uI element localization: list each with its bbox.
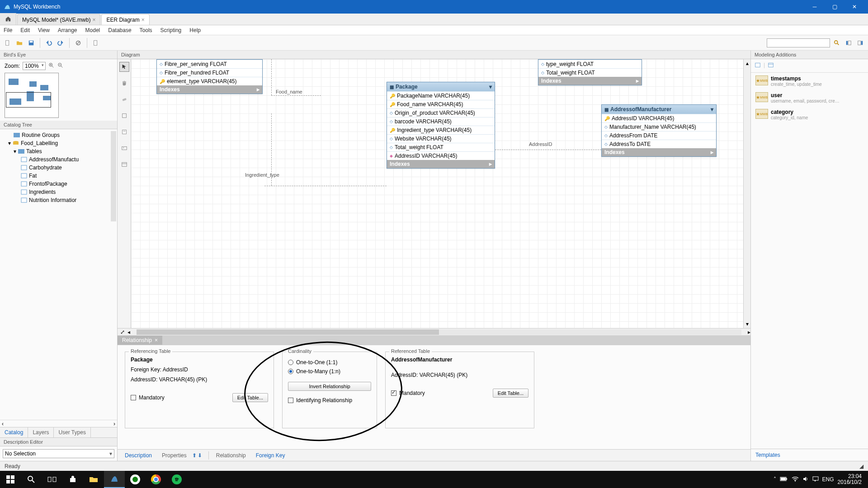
menu-database[interactable]: Database — [108, 27, 131, 33]
add-template-icon[interactable] — [755, 62, 761, 70]
history-fwd-icon[interactable]: ⬇ — [198, 452, 202, 459]
validate-button[interactable] — [73, 38, 83, 48]
svg-point-52 — [795, 481, 796, 482]
mandatory-checkbox[interactable]: Mandatory — [131, 394, 165, 401]
search-button[interactable] — [21, 471, 42, 488]
menu-arrange[interactable]: Arrange — [58, 27, 77, 33]
menu-view[interactable]: View — [38, 27, 50, 33]
open-file-button[interactable] — [14, 38, 24, 48]
store-icon[interactable] — [62, 471, 83, 488]
search-button[interactable] — [832, 38, 842, 48]
wifi-icon[interactable] — [792, 476, 799, 483]
canvas-hscroll[interactable]: ⤢ ◂▸ — [118, 328, 750, 335]
search-input[interactable] — [767, 38, 830, 47]
toggle-left-panel-button[interactable] — [844, 38, 854, 48]
hscroll-expander[interactable]: ⤢ — [118, 328, 127, 336]
scrollbar[interactable] — [111, 131, 116, 221]
tree-item-schema[interactable]: ▾ Food_Labelling — [0, 139, 117, 147]
tree-item-table[interactable]: Fat — [0, 172, 117, 180]
tree-item-table[interactable]: FrontofPackage — [0, 180, 117, 188]
volume-icon[interactable] — [802, 476, 809, 483]
language-indicator[interactable]: ENG — [822, 476, 834, 483]
action-center-icon[interactable] — [812, 476, 819, 483]
toggle-right-panel-button[interactable] — [855, 38, 865, 48]
mandatory-checkbox[interactable]: Mandatory — [391, 390, 425, 396]
addition-category[interactable]: ★MWB categorycategory_id, name — [751, 106, 868, 123]
description-select[interactable]: No Selection — [3, 449, 114, 458]
file-explorer-icon[interactable] — [83, 471, 104, 488]
identifying-checkbox[interactable]: Identifying Relationship — [288, 397, 371, 404]
zoom-out-icon[interactable] — [57, 62, 64, 70]
tab-eer-diagram[interactable]: EER Diagram × — [101, 14, 149, 25]
catalog-tree[interactable]: Routine Groups ▾ Food_Labelling ▾ Tables… — [0, 129, 117, 420]
one-to-one-radio[interactable]: One-to-One (1:1) — [288, 359, 371, 366]
tree-item-table[interactable]: Carbohydrate — [0, 164, 117, 172]
invert-relationship-button[interactable]: Invert Relationship — [288, 382, 371, 391]
spotify-icon[interactable] — [166, 471, 187, 488]
menu-scripting[interactable]: Scripting — [160, 27, 182, 33]
menu-file[interactable]: File — [4, 27, 12, 33]
close-icon[interactable]: × — [142, 17, 145, 23]
image-tool[interactable] — [119, 143, 129, 153]
tab-mysql-model[interactable]: MySQL Model* (SAVE.mwb) × — [17, 14, 100, 25]
tab-relationship[interactable]: Relationship — [212, 450, 250, 460]
task-view-button[interactable] — [42, 471, 62, 488]
eraser-tool[interactable] — [119, 94, 129, 104]
chrome-icon[interactable] — [146, 471, 166, 488]
diagram-canvas[interactable]: ◇Fibre_per_serving FLOAT ◇Fibre_per_hund… — [131, 59, 743, 328]
hand-tool[interactable] — [119, 78, 129, 88]
minimize-button[interactable]: ─ — [805, 0, 825, 14]
relationship-tab[interactable]: Relationship × — [118, 336, 162, 345]
battery-icon[interactable] — [780, 476, 788, 483]
tree-item-table[interactable]: Ingredients — [0, 188, 117, 196]
xbox-icon[interactable] — [125, 471, 146, 488]
tray-expand-icon[interactable]: ˄ — [774, 476, 776, 483]
layer-tool[interactable] — [119, 111, 129, 121]
save-button[interactable] — [26, 38, 36, 48]
tree-hscroll[interactable]: ‹› — [0, 420, 117, 427]
menu-edit[interactable]: Edit — [20, 27, 30, 33]
tab-user-types[interactable]: User Types — [54, 427, 90, 437]
menu-tools[interactable]: Tools — [140, 27, 152, 33]
zoom-select[interactable]: 100% — [23, 62, 46, 70]
pointer-tool[interactable] — [119, 62, 129, 72]
manage-templates-icon[interactable] — [768, 62, 774, 70]
resize-grip-icon[interactable]: ◢ — [859, 463, 863, 469]
table-tool[interactable] — [119, 160, 129, 169]
tree-item-routine-groups[interactable]: Routine Groups — [0, 131, 117, 139]
close-icon[interactable]: × — [155, 337, 158, 343]
addition-user[interactable]: ★MWB userusername, email, password, cre… — [751, 89, 868, 106]
undo-button[interactable] — [44, 38, 54, 48]
note-tool[interactable] — [119, 127, 129, 137]
close-icon[interactable]: × — [92, 17, 95, 23]
close-button[interactable]: ✕ — [844, 0, 864, 14]
tab-foreign-key[interactable]: Foreign Key — [251, 450, 290, 460]
birds-eye-canvas[interactable] — [5, 73, 59, 118]
mysql-workbench-taskbar-icon[interactable] — [104, 471, 125, 488]
tab-properties[interactable]: Properties — [157, 450, 191, 460]
zoom-in-icon[interactable] — [48, 62, 55, 70]
edit-table-button[interactable]: Edit Table... — [232, 393, 268, 402]
tree-item-tables[interactable]: ▾ Tables — [0, 147, 117, 155]
edit-table-button[interactable]: Edit Table... — [493, 389, 528, 398]
redo-button[interactable] — [56, 38, 66, 48]
tab-layers[interactable]: Layers — [28, 427, 54, 437]
svg-rect-9 — [848, 41, 851, 45]
tab-description[interactable]: Description — [120, 450, 156, 460]
maximize-button[interactable]: ▢ — [825, 0, 844, 14]
export-button[interactable] — [91, 38, 101, 48]
home-tab[interactable] — [0, 13, 16, 25]
addition-timestamps[interactable]: ★MWB timestampscreate_time, update_time — [751, 73, 868, 89]
menu-model[interactable]: Model — [85, 27, 100, 33]
new-file-button[interactable] — [3, 38, 13, 48]
canvas-vscroll[interactable]: ▴▾ — [743, 59, 750, 328]
templates-tab[interactable]: Templates — [751, 449, 868, 461]
tab-catalog[interactable]: Catalog — [0, 427, 28, 437]
taskbar-clock[interactable]: 23:04 2016/10/2 — [838, 474, 864, 485]
tree-item-table[interactable]: AddressofManufactu — [0, 155, 117, 164]
menu-help[interactable]: Help — [189, 27, 201, 33]
tree-item-table[interactable]: Nutrition Informatior — [0, 196, 117, 204]
start-button[interactable] — [0, 471, 21, 488]
one-to-many-radio[interactable]: One-to-Many (1:n) — [288, 368, 371, 375]
history-back-icon[interactable]: ⬆ — [192, 452, 197, 459]
